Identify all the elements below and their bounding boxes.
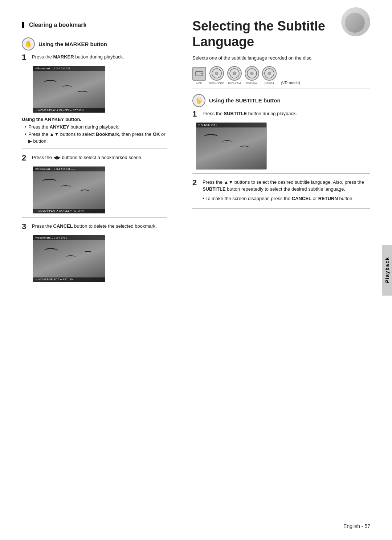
- page-container: Clearing a bookmark 🖐 Using the MARKER b…: [0, 0, 392, 540]
- dvd-rw-svg: [246, 68, 257, 79]
- big-title-line2: Language: [192, 34, 254, 49]
- right-step-2-num: 2: [192, 179, 199, 187]
- right-column: Selecting the Subtitle Language Selects …: [178, 0, 392, 540]
- section-divider: [22, 32, 167, 32]
- footer-3-text: ↔ MOVE ® SELECT ↩ RETURN: [35, 278, 73, 281]
- disc-icon-hdd: HDD: [192, 67, 206, 85]
- statusbar-2-text: r#Bookmark 1 2 3 4 5 6 7 8 -- --: [35, 167, 75, 171]
- disc-icon-dvd-rw: DVD-RW: [245, 66, 259, 85]
- disc-icon-mpeg4: MPEG4: [262, 66, 277, 85]
- sidebar-tab: Playback: [382, 245, 392, 296]
- disc-icon-dvd-ram: DVD-RAM: [227, 66, 242, 85]
- screenshot-3-footer: ↔ MOVE ® SELECT ↩ RETURN: [33, 277, 105, 282]
- right-step-1-content: Press the SUBTITLE button during playbac…: [203, 110, 370, 117]
- anykey-bullet-1: Press the ANYKEY button during playback.: [25, 123, 167, 131]
- screenshot-1-footer: ↔ MOVE ® PLAY ✗ CANCEL ↩ RETURN: [33, 108, 105, 113]
- step-1-text: Press the MARKER button during playback.: [32, 53, 167, 61]
- svg-point-7: [250, 72, 253, 75]
- bird-4: [42, 179, 57, 184]
- footer-2-text: ↔ MOVE ® PLAY ✗ CANCEL ↩ RETURN: [35, 210, 83, 212]
- statusbar-1-text: r#Bookmark 1 2 3 4 5 6 7 8 -- --: [35, 67, 75, 70]
- screenshot-right: □ Subtitle Off ÷: [196, 122, 267, 170]
- bird-5: [60, 185, 71, 190]
- page-footer: English - 57: [343, 523, 370, 529]
- page-footer-text: English - 57: [343, 523, 370, 529]
- dvd-rw-icon: [245, 66, 259, 81]
- bird-3: [77, 91, 88, 95]
- screenshot-2-statusbar: r#Bookmark 1 2 3 4 5 6 7 8 -- --: [33, 167, 105, 171]
- divider-2: [22, 149, 167, 149]
- screenshot-right-img: [196, 127, 266, 169]
- bird-6: [80, 190, 89, 193]
- screenshot-2-img: [33, 171, 105, 213]
- statusbar-right-text: □ Subtitle Off ÷: [198, 123, 217, 127]
- screenshot-1-statusbar: r#Bookmark 1 2 3 4 5 6 7 8 -- --: [33, 66, 105, 71]
- step-2: 2 Press the ◀▶ buttons to select a bookm…: [22, 154, 167, 162]
- screenshot-1: r#Bookmark 1 2 3 4 5 6 7 8 -- -- ↔ MOVE …: [33, 66, 105, 113]
- bird-9: [84, 251, 92, 254]
- dvd-video-icon: [209, 66, 224, 81]
- hdd-label: HDD: [196, 82, 202, 85]
- step-1-num: 1: [22, 53, 28, 61]
- bird-r3: [240, 146, 249, 149]
- bird-1: [44, 80, 57, 85]
- bird-r2: [222, 140, 233, 145]
- big-title-line1: Selecting the Subtitle: [192, 19, 325, 33]
- right-step-2: 2 Press the ▲▼ buttons to select the des…: [192, 179, 370, 202]
- right-step-1-text: Press the SUBTITLE button during playbac…: [203, 110, 370, 117]
- statusbar-3-text: r#Bookmark 1 2 3 4 5 6 7 -- -- --: [35, 236, 75, 239]
- subsection-subtitle-title: Using the SUBTITLE button: [209, 97, 281, 103]
- subsection-subtitle-header: 🖐 Using the SUBTITLE button: [192, 94, 370, 107]
- screenshot-2: r#Bookmark 1 2 3 4 5 6 7 8 -- -- ↔ MOVE …: [33, 166, 105, 214]
- marker-icon: 🖐: [22, 37, 35, 50]
- anykey-title: Using the ANYKEY button.: [22, 117, 167, 122]
- anykey-bullets: Press the ANYKEY button during playback.…: [22, 123, 167, 145]
- step-3-text: Press the CANCEL button to delete the se…: [32, 223, 167, 230]
- step-3-num: 3: [22, 223, 28, 231]
- anykey-section: Using the ANYKEY button. Press the ANYKE…: [22, 117, 167, 145]
- subsection-marker-title: Using the MARKER button: [38, 41, 107, 47]
- anykey-bullet-2: Press the ▲▼ buttons to select Bookmark,…: [25, 131, 167, 145]
- disc-icons-row: HDD DVD-VIDEO: [192, 66, 370, 85]
- step-2-num: 2: [22, 154, 28, 162]
- right-step-2-bullet: • To make the screen disappear, press th…: [203, 195, 370, 202]
- subsection-marker-header: 🖐 Using the MARKER button: [22, 37, 167, 50]
- step-2-content: Press the ◀▶ buttons to select a bookmar…: [32, 154, 167, 161]
- bird-r1: [204, 134, 218, 140]
- intro-text: Selects one of the subtitle language rec…: [192, 54, 370, 62]
- screenshot-3-statusbar: r#Bookmark 1 2 3 4 5 6 7 -- -- --: [33, 235, 105, 240]
- dvd-ram-label: DVD-RAM: [228, 82, 241, 85]
- step-1: 1 Press the MARKER button during playbac…: [22, 53, 167, 61]
- svg-point-9: [268, 72, 271, 75]
- dvd-video-svg: [211, 68, 222, 79]
- screenshot-3: r#Bookmark 1 2 3 4 5 6 7 -- -- -- ↔ MOVE…: [33, 235, 105, 282]
- svg-point-1: [201, 73, 202, 74]
- right-divider-1: [192, 89, 370, 89]
- black-bar-icon: [22, 22, 24, 28]
- dvd-ram-icon: [227, 66, 242, 81]
- disc-icon-dvd-video: DVD-VIDEO: [209, 66, 224, 85]
- screenshot-2-footer: ↔ MOVE ® PLAY ✗ CANCEL ↩ RETURN: [33, 209, 105, 213]
- section-title-text: Clearing a bookmark: [29, 22, 86, 28]
- step-3: 3 Press the CANCEL button to delete the …: [22, 223, 167, 231]
- sidebar-label: Playback: [384, 257, 390, 283]
- screenshot-3-img: [33, 240, 105, 282]
- mpeg4-icon: [262, 66, 277, 81]
- divider-3: [22, 217, 167, 218]
- screenshot-1-img: [33, 71, 105, 113]
- svg-point-3: [215, 72, 218, 75]
- deco-circle-inner: [345, 13, 365, 33]
- bird-8: [66, 255, 76, 259]
- right-divider-2: [192, 173, 370, 174]
- bird-2: [62, 85, 72, 89]
- left-column: Clearing a bookmark 🖐 Using the MARKER b…: [0, 0, 178, 540]
- step-2-text: Press the ◀▶ buttons to select a bookmar…: [32, 154, 167, 161]
- mpeg4-label: MPEG4: [265, 82, 274, 85]
- mpeg4-svg: [264, 68, 275, 79]
- hdd-icon: [192, 67, 206, 81]
- svg-point-5: [233, 72, 236, 75]
- right-bottom-divider: [192, 208, 370, 209]
- vr-mode-text: (VR mode): [281, 81, 300, 85]
- right-step-1-num: 1: [192, 110, 199, 118]
- dvd-video-label: DVD-VIDEO: [209, 82, 224, 85]
